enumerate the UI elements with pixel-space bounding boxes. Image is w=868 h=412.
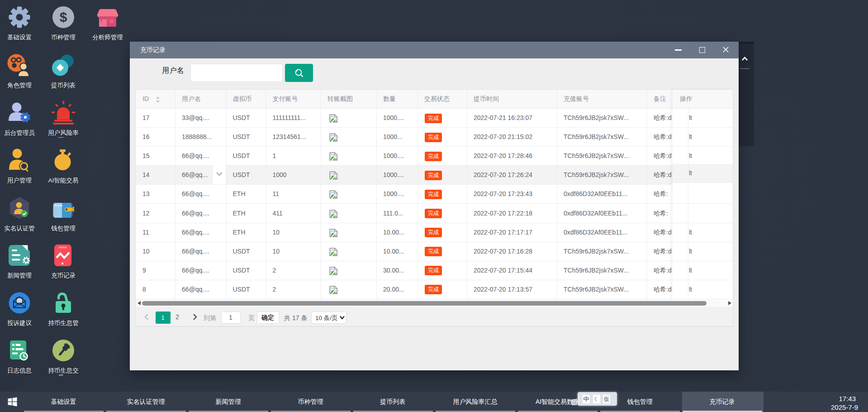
svg-text:$: $	[60, 10, 67, 24]
